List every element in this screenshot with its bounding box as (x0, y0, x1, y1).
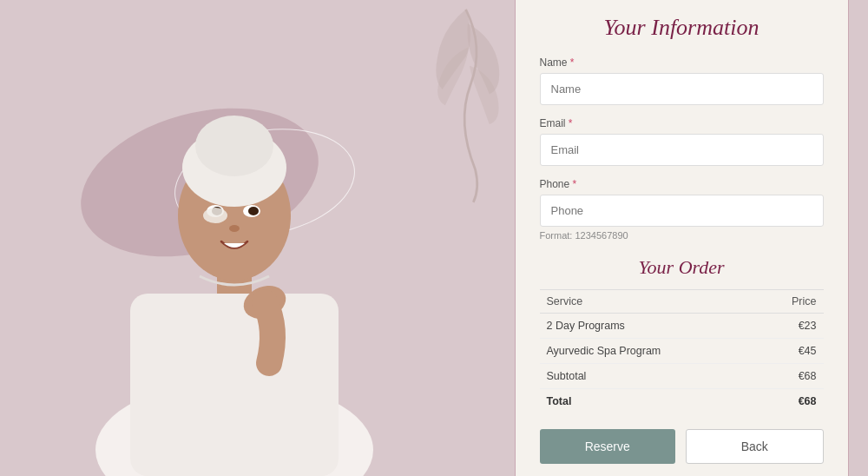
right-panel: Your Information Name * Email * Phone * … (503, 0, 868, 476)
email-label: Email * (540, 117, 824, 129)
phone-hint: Format: 1234567890 (540, 230, 824, 241)
svg-point-10 (203, 208, 227, 223)
order-table: Service Price 2 Day Programs€23Ayurvedic… (540, 289, 824, 413)
name-input[interactable] (540, 73, 824, 105)
svg-point-9 (248, 207, 259, 215)
table-row: Total (540, 388, 758, 413)
form-card: Your Information Name * Email * Phone * … (515, 0, 849, 476)
phone-label: Phone * (540, 178, 824, 190)
email-field-group: Email * (540, 117, 824, 166)
table-row: Ayurvedic Spa Program (540, 338, 758, 363)
email-required: * (566, 117, 573, 129)
table-row: 2 Day Programs (540, 313, 758, 338)
buttons-row: Reserve Back (540, 429, 824, 464)
price-cell: €68 (758, 363, 824, 388)
phone-required: * (569, 178, 576, 190)
person-image (52, 24, 417, 476)
svg-rect-1 (130, 294, 339, 476)
name-field-group: Name * (540, 56, 824, 105)
svg-point-5 (195, 116, 273, 176)
price-col-header: Price (758, 289, 824, 313)
email-input[interactable] (540, 134, 824, 166)
reserve-button[interactable]: Reserve (540, 429, 676, 464)
price-cell: €68 (758, 388, 824, 413)
name-required: * (568, 56, 575, 69)
back-button[interactable]: Back (686, 429, 824, 464)
table-row: Subtotal (540, 363, 758, 388)
phone-field-group: Phone * Format: 1234567890 (540, 178, 824, 241)
price-cell: €23 (758, 313, 824, 338)
order-title: Your Order (540, 256, 824, 279)
left-panel (0, 0, 503, 476)
price-cell: €45 (758, 338, 824, 363)
phone-input[interactable] (540, 195, 824, 227)
service-col-header: Service (540, 289, 758, 313)
form-title: Your Information (540, 15, 824, 41)
name-label: Name * (540, 56, 824, 69)
svg-point-11 (229, 225, 240, 232)
